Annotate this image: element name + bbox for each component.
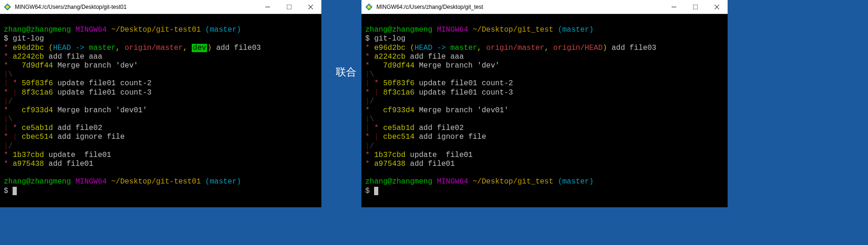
prompt-path: ~/Desktop/git-test01	[111, 177, 201, 186]
commit-hash: ce5ab1d	[383, 124, 414, 132]
commit-hash: 7d9df44	[383, 61, 414, 70]
ref-arrow: ->	[437, 44, 446, 52]
commit-hash: a975438	[13, 160, 44, 168]
commit-msg: add file02	[419, 124, 464, 132]
commit-msg: update file01	[410, 151, 472, 159]
maximize-button[interactable]	[685, 0, 706, 14]
prompt-dollar: $	[365, 187, 374, 195]
commit-msg: add file aaa	[49, 53, 102, 61]
commit-msg: Merge branch 'dev'	[419, 61, 500, 70]
commit-hash: e96d2bc	[13, 44, 44, 52]
commit-msg: add file01	[49, 160, 93, 168]
titlebar[interactable]: MINGW64:/c/Users/zhang/Desktop/git_test	[361, 0, 728, 14]
commit-msg: add file03	[611, 44, 656, 52]
terminal-body[interactable]: zhang@zhangmeng MINGW64 ~/Desktop/git-te…	[0, 14, 321, 207]
ref-dev: dev	[192, 44, 207, 52]
commit-hash: 1b37cbd	[374, 151, 405, 159]
commit-msg: add ignore file	[419, 133, 486, 141]
ref-master: master	[89, 44, 116, 52]
commit-msg: add file aaa	[410, 53, 464, 61]
close-button[interactable]	[300, 0, 321, 14]
maximize-button[interactable]	[278, 0, 300, 14]
commit-hash: a2242cb	[374, 53, 405, 61]
prompt-user: zhang@zhangmeng	[365, 26, 432, 34]
svg-rect-3	[287, 5, 292, 9]
commit-hash: cbec514	[383, 133, 414, 141]
commit-msg: add file01	[410, 160, 455, 168]
prompt-path: ~/Desktop/git_test	[472, 26, 553, 34]
terminal-window-left: MINGW64:/c/Users/zhang/Desktop/git-test0…	[0, 0, 321, 207]
center-label: 联合	[336, 65, 356, 79]
commit-hash: ce5ab1d	[21, 124, 53, 132]
prompt-shell: MINGW64	[437, 177, 468, 186]
close-button[interactable]	[706, 0, 728, 14]
ref-origin-head: origin/HEAD	[553, 44, 603, 52]
prompt-shell: MINGW64	[76, 177, 107, 186]
commit-hash: cf933d4	[21, 106, 53, 115]
commit-hash: e96d2bc	[374, 44, 405, 52]
commit-msg: add file03	[216, 44, 261, 52]
cursor	[13, 187, 17, 195]
commit-msg: Merge branch 'dev01'	[419, 106, 508, 115]
prompt-shell: MINGW64	[437, 26, 468, 34]
app-icon	[365, 3, 373, 11]
commit-hash: a975438	[374, 160, 405, 168]
terminal-body[interactable]: zhang@zhangmeng MINGW64 ~/Desktop/git_te…	[361, 14, 728, 207]
commit-msg: update file01 count-3	[419, 88, 513, 97]
prompt-branch: (master)	[558, 177, 594, 186]
prompt-branch: (master)	[205, 26, 241, 34]
command-line: $ git-log	[365, 34, 405, 43]
commit-hash: 50f83f6	[21, 79, 53, 88]
commit-hash: 8f3c1a6	[383, 88, 414, 97]
prompt-path: ~/Desktop/git-test01	[111, 26, 201, 34]
titlebar[interactable]: MINGW64:/c/Users/zhang/Desktop/git-test0…	[0, 0, 321, 14]
prompt-shell: MINGW64	[76, 26, 107, 34]
commit-hash: cbec514	[21, 133, 53, 141]
ref-arrow: ->	[76, 44, 84, 52]
commit-msg: update file01 count-2	[57, 79, 152, 88]
commit-msg: Merge branch 'dev'	[57, 61, 138, 70]
svg-rect-9	[693, 5, 698, 9]
prompt-user: zhang@zhangmeng	[4, 26, 71, 34]
commit-hash: 8f3c1a6	[21, 88, 53, 97]
minimize-button[interactable]	[663, 0, 685, 14]
commit-hash: 7d9df44	[21, 61, 53, 70]
ref-master: master	[450, 44, 477, 52]
terminal-window-right: MINGW64:/c/Users/zhang/Desktop/git_test …	[361, 0, 728, 207]
app-icon	[4, 3, 11, 11]
commit-msg: add ignore file	[57, 133, 125, 141]
ref-head: HEAD	[53, 44, 71, 52]
ref-head: HEAD	[415, 44, 432, 52]
commit-msg: add file02	[57, 124, 102, 132]
commit-hash: a2242cb	[13, 53, 44, 61]
ref-origin: origin/master	[125, 44, 183, 52]
prompt-branch: (master)	[558, 26, 594, 34]
ref-origin: origin/master	[486, 44, 544, 52]
commit-msg: update file01 count-2	[419, 79, 513, 88]
command-line: $ git-log	[4, 34, 44, 43]
prompt-path: ~/Desktop/git_test	[472, 177, 553, 186]
prompt-dollar: $	[4, 187, 13, 195]
prompt-user: zhang@zhangmeng	[365, 177, 432, 186]
prompt-user: zhang@zhangmeng	[4, 177, 71, 186]
commit-hash: 50f83f6	[383, 79, 414, 88]
window-title: MINGW64:/c/Users/zhang/Desktop/git_test	[376, 4, 663, 10]
commit-hash: cf933d4	[383, 106, 414, 115]
commit-msg: update file01	[49, 151, 111, 159]
prompt-branch: (master)	[205, 177, 241, 186]
window-title: MINGW64:/c/Users/zhang/Desktop/git-test0…	[15, 4, 257, 10]
commit-msg: Merge branch 'dev01'	[57, 106, 147, 115]
cursor	[374, 187, 378, 195]
commit-hash: 1b37cbd	[13, 151, 44, 159]
commit-msg: update file01 count-3	[57, 88, 152, 97]
minimize-button[interactable]	[257, 0, 278, 14]
